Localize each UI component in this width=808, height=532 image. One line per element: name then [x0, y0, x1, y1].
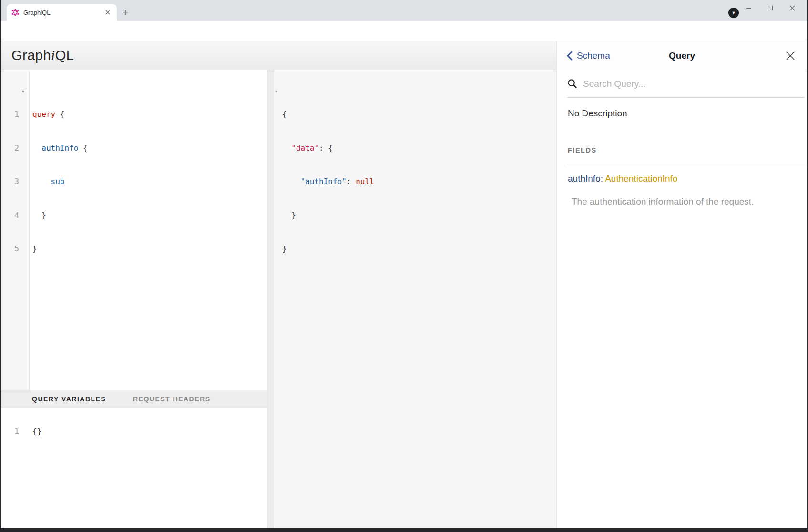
close-button[interactable]	[781, 0, 803, 16]
variables-line-number: 1	[1, 426, 19, 437]
window-bottom-edge	[0, 528, 808, 532]
variables-editor[interactable]: 1 {}	[1, 408, 267, 529]
graphiql-toolbar: GraphiQL Prettify Merge Copy History Sha…	[1, 41, 556, 70]
query-line: }	[32, 210, 88, 221]
search-icon	[567, 79, 577, 89]
query-editor-pane[interactable]: 1 2 3 4 5 ▾ query { authInfo { sub } } Q…	[1, 70, 267, 529]
doc-explorer-panel: Schema Query No Description FIELDS authI…	[556, 41, 807, 529]
tab-close-icon[interactable]	[103, 8, 112, 17]
tab-request-headers[interactable]: REQUEST HEADERS	[133, 390, 211, 408]
fold-arrow-icon[interactable]: ▾	[22, 89, 24, 94]
result-line: }	[282, 210, 374, 221]
browser-tab[interactable]: GraphiQL	[7, 4, 117, 21]
browser-titlebar: GraphiQL + ▼	[1, 0, 807, 21]
result-pane[interactable]: ▾ { "data": { "authInfo": null } }	[274, 70, 556, 529]
doc-field-row: authInfo: AuthenticationInfo	[568, 174, 677, 184]
variables-titlebar: QUERY VARIABLES REQUEST HEADERS	[1, 390, 267, 408]
doc-field-name-link[interactable]: authInfo	[568, 174, 601, 184]
result-line: "authInfo": null	[282, 176, 374, 187]
doc-fields-header: FIELDS	[568, 146, 597, 154]
fold-arrow-icon[interactable]: ▾	[275, 89, 277, 94]
result-line: {	[282, 109, 374, 120]
doc-field-type-link[interactable]: AuthenticationInfo	[605, 174, 677, 184]
query-line: authInfo {	[32, 143, 88, 154]
doc-search-input[interactable]	[583, 79, 804, 89]
window-controls	[737, 0, 803, 16]
browser-addressbar: localhost:3000/graphql ☆ UO	[1, 21, 807, 41]
tab-query-variables[interactable]: QUERY VARIABLES	[32, 390, 106, 408]
doc-panel-title: Query	[557, 41, 807, 70]
minimize-button[interactable]	[737, 0, 759, 16]
query-line: query {	[32, 109, 88, 120]
maximize-button[interactable]	[759, 0, 781, 16]
query-line: }	[32, 243, 88, 255]
graphiql-logo: GraphiQL	[11, 48, 74, 63]
doc-no-description: No Description	[568, 108, 627, 119]
query-line: sub	[32, 176, 88, 187]
doc-field-description: The authentication information of the re…	[572, 196, 754, 207]
result-line: }	[282, 243, 374, 255]
tab-title: GraphiQL	[23, 9, 103, 16]
graphiql-workspace: 1 2 3 4 5 ▾ query { authInfo { sub } } Q…	[1, 70, 556, 529]
pane-resize-handle[interactable]	[267, 70, 274, 529]
doc-fields-divider	[568, 164, 808, 164]
query-line-numbers: 1 2 3 4 5	[1, 86, 19, 277]
doc-close-icon[interactable]	[784, 50, 797, 62]
browser-window: GraphiQL + ▼	[0, 0, 808, 532]
window-border	[0, 0, 1, 532]
variables-code[interactable]: {}	[32, 426, 41, 437]
doc-explorer-header: Schema Query	[557, 41, 807, 70]
result-line: "data": {	[282, 143, 374, 154]
new-tab-button[interactable]: +	[119, 6, 132, 19]
doc-search-row	[567, 70, 804, 98]
graphql-favicon	[11, 9, 19, 16]
result-code: { "data": { "authInfo": null } }	[282, 86, 374, 277]
query-code[interactable]: query { authInfo { sub } }	[32, 86, 88, 277]
